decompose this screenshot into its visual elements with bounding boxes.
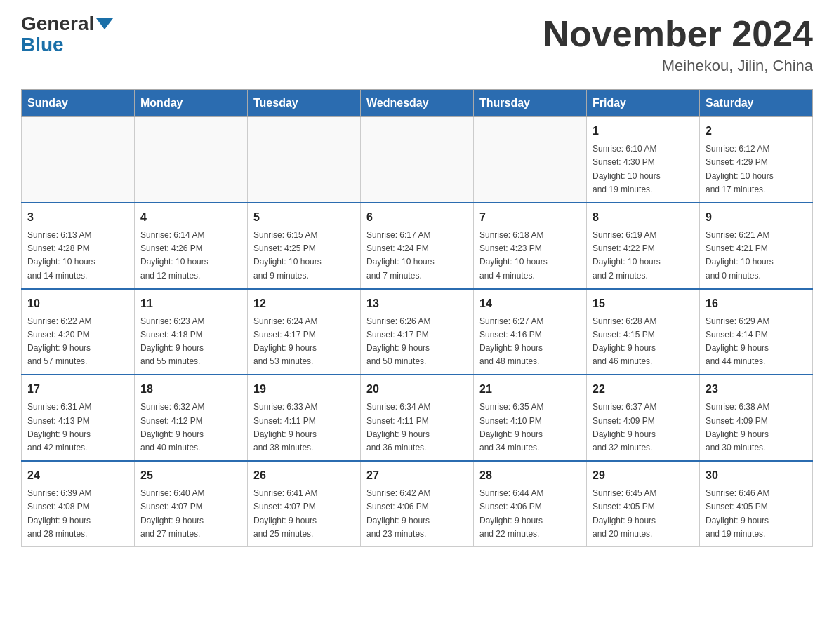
day-number: 20: [366, 381, 468, 398]
day-number: 18: [140, 381, 241, 398]
calendar-cell: 1Sunrise: 6:10 AM Sunset: 4:30 PM Daylig…: [587, 117, 700, 203]
calendar-cell: 25Sunrise: 6:40 AM Sunset: 4:07 PM Dayli…: [135, 461, 248, 546]
day-number: 30: [706, 467, 807, 484]
calendar-cell: 21Sunrise: 6:35 AM Sunset: 4:10 PM Dayli…: [474, 375, 587, 461]
calendar-cell: 6Sunrise: 6:17 AM Sunset: 4:24 PM Daylig…: [361, 203, 474, 289]
day-info: Sunrise: 6:18 AM Sunset: 4:23 PM Dayligh…: [479, 229, 581, 283]
calendar-header-wednesday: Wednesday: [361, 90, 474, 117]
day-number: 26: [253, 467, 355, 484]
logo: General Blue: [21, 14, 113, 56]
day-info: Sunrise: 6:19 AM Sunset: 4:22 PM Dayligh…: [593, 229, 694, 283]
calendar-cell: 29Sunrise: 6:45 AM Sunset: 4:05 PM Dayli…: [587, 461, 700, 546]
calendar-cell: 26Sunrise: 6:41 AM Sunset: 4:07 PM Dayli…: [248, 461, 361, 546]
day-number: 22: [593, 381, 694, 398]
calendar-header-saturday: Saturday: [700, 90, 813, 117]
day-info: Sunrise: 6:29 AM Sunset: 4:14 PM Dayligh…: [706, 315, 807, 369]
day-number: 17: [27, 381, 128, 398]
day-number: 4: [140, 209, 241, 226]
calendar-cell: 9Sunrise: 6:21 AM Sunset: 4:21 PM Daylig…: [700, 203, 813, 289]
calendar-cell: 23Sunrise: 6:38 AM Sunset: 4:09 PM Dayli…: [700, 375, 813, 461]
calendar-cell: 5Sunrise: 6:15 AM Sunset: 4:25 PM Daylig…: [248, 203, 361, 289]
day-info: Sunrise: 6:23 AM Sunset: 4:18 PM Dayligh…: [140, 315, 241, 369]
calendar-cell: [22, 117, 135, 203]
calendar-header-thursday: Thursday: [474, 90, 587, 117]
day-number: 13: [366, 295, 468, 312]
logo-general-text: General: [21, 14, 94, 34]
calendar-cell: 27Sunrise: 6:42 AM Sunset: 4:06 PM Dayli…: [361, 461, 474, 546]
calendar-cell: 16Sunrise: 6:29 AM Sunset: 4:14 PM Dayli…: [700, 289, 813, 375]
day-number: 14: [479, 295, 581, 312]
calendar-cell: 7Sunrise: 6:18 AM Sunset: 4:23 PM Daylig…: [474, 203, 587, 289]
calendar-cell: 10Sunrise: 6:22 AM Sunset: 4:20 PM Dayli…: [22, 289, 135, 375]
day-number: 24: [27, 467, 128, 484]
day-number: 12: [253, 295, 355, 312]
calendar-cell: 24Sunrise: 6:39 AM Sunset: 4:08 PM Dayli…: [22, 461, 135, 546]
day-info: Sunrise: 6:34 AM Sunset: 4:11 PM Dayligh…: [366, 401, 468, 455]
calendar-cell: 28Sunrise: 6:44 AM Sunset: 4:06 PM Dayli…: [474, 461, 587, 546]
calendar-cell: 17Sunrise: 6:31 AM Sunset: 4:13 PM Dayli…: [22, 375, 135, 461]
day-number: 3: [27, 209, 128, 226]
day-number: 6: [366, 209, 468, 226]
calendar-header-tuesday: Tuesday: [248, 90, 361, 117]
day-info: Sunrise: 6:44 AM Sunset: 4:06 PM Dayligh…: [479, 487, 581, 541]
day-info: Sunrise: 6:12 AM Sunset: 4:29 PM Dayligh…: [706, 142, 807, 196]
day-number: 7: [479, 209, 581, 226]
day-info: Sunrise: 6:28 AM Sunset: 4:15 PM Dayligh…: [593, 315, 694, 369]
calendar-cell: 13Sunrise: 6:26 AM Sunset: 4:17 PM Dayli…: [361, 289, 474, 375]
day-number: 28: [479, 467, 581, 484]
day-info: Sunrise: 6:15 AM Sunset: 4:25 PM Dayligh…: [253, 229, 355, 283]
day-number: 21: [479, 381, 581, 398]
calendar-cell: 3Sunrise: 6:13 AM Sunset: 4:28 PM Daylig…: [22, 203, 135, 289]
day-number: 25: [140, 467, 241, 484]
calendar-cell: 2Sunrise: 6:12 AM Sunset: 4:29 PM Daylig…: [700, 117, 813, 203]
day-info: Sunrise: 6:10 AM Sunset: 4:30 PM Dayligh…: [593, 142, 694, 196]
day-info: Sunrise: 6:17 AM Sunset: 4:24 PM Dayligh…: [366, 229, 468, 283]
day-number: 15: [593, 295, 694, 312]
calendar-cell: [248, 117, 361, 203]
calendar-header-friday: Friday: [587, 90, 700, 117]
day-info: Sunrise: 6:40 AM Sunset: 4:07 PM Dayligh…: [140, 487, 241, 541]
day-info: Sunrise: 6:41 AM Sunset: 4:07 PM Dayligh…: [253, 487, 355, 541]
calendar-week-4: 17Sunrise: 6:31 AM Sunset: 4:13 PM Dayli…: [22, 375, 813, 461]
day-info: Sunrise: 6:42 AM Sunset: 4:06 PM Dayligh…: [366, 487, 468, 541]
title-section: November 2024 Meihekou, Jilin, China: [543, 14, 813, 75]
day-info: Sunrise: 6:39 AM Sunset: 4:08 PM Dayligh…: [27, 487, 128, 541]
day-info: Sunrise: 6:27 AM Sunset: 4:16 PM Dayligh…: [479, 315, 581, 369]
calendar-week-2: 3Sunrise: 6:13 AM Sunset: 4:28 PM Daylig…: [22, 203, 813, 289]
month-title: November 2024: [543, 14, 813, 54]
day-number: 10: [27, 295, 128, 312]
day-info: Sunrise: 6:45 AM Sunset: 4:05 PM Dayligh…: [593, 487, 694, 541]
calendar-table: SundayMondayTuesdayWednesdayThursdayFrid…: [21, 89, 813, 547]
day-number: 5: [253, 209, 355, 226]
calendar-cell: 8Sunrise: 6:19 AM Sunset: 4:22 PM Daylig…: [587, 203, 700, 289]
calendar-header-row: SundayMondayTuesdayWednesdayThursdayFrid…: [22, 90, 813, 117]
calendar-header-sunday: Sunday: [22, 90, 135, 117]
calendar-cell: 19Sunrise: 6:33 AM Sunset: 4:11 PM Dayli…: [248, 375, 361, 461]
day-info: Sunrise: 6:24 AM Sunset: 4:17 PM Dayligh…: [253, 315, 355, 369]
calendar-cell: 4Sunrise: 6:14 AM Sunset: 4:26 PM Daylig…: [135, 203, 248, 289]
day-info: Sunrise: 6:21 AM Sunset: 4:21 PM Dayligh…: [706, 229, 807, 283]
day-info: Sunrise: 6:13 AM Sunset: 4:28 PM Dayligh…: [27, 229, 128, 283]
calendar-cell: 22Sunrise: 6:37 AM Sunset: 4:09 PM Dayli…: [587, 375, 700, 461]
calendar-cell: 11Sunrise: 6:23 AM Sunset: 4:18 PM Dayli…: [135, 289, 248, 375]
day-info: Sunrise: 6:37 AM Sunset: 4:09 PM Dayligh…: [593, 401, 694, 455]
day-number: 9: [706, 209, 807, 226]
day-info: Sunrise: 6:33 AM Sunset: 4:11 PM Dayligh…: [253, 401, 355, 455]
calendar-week-5: 24Sunrise: 6:39 AM Sunset: 4:08 PM Dayli…: [22, 461, 813, 546]
calendar-week-3: 10Sunrise: 6:22 AM Sunset: 4:20 PM Dayli…: [22, 289, 813, 375]
calendar-cell: 20Sunrise: 6:34 AM Sunset: 4:11 PM Dayli…: [361, 375, 474, 461]
calendar-header-monday: Monday: [135, 90, 248, 117]
day-number: 19: [253, 381, 355, 398]
day-number: 2: [706, 123, 807, 140]
day-number: 1: [593, 123, 694, 140]
calendar-cell: 18Sunrise: 6:32 AM Sunset: 4:12 PM Dayli…: [135, 375, 248, 461]
calendar-cell: 15Sunrise: 6:28 AM Sunset: 4:15 PM Dayli…: [587, 289, 700, 375]
day-info: Sunrise: 6:31 AM Sunset: 4:13 PM Dayligh…: [27, 401, 128, 455]
calendar-cell: 30Sunrise: 6:46 AM Sunset: 4:05 PM Dayli…: [700, 461, 813, 546]
logo-triangle-icon: [96, 18, 113, 29]
calendar-cell: [361, 117, 474, 203]
calendar-cell: [135, 117, 248, 203]
day-info: Sunrise: 6:14 AM Sunset: 4:26 PM Dayligh…: [140, 229, 241, 283]
calendar-cell: 12Sunrise: 6:24 AM Sunset: 4:17 PM Dayli…: [248, 289, 361, 375]
day-info: Sunrise: 6:22 AM Sunset: 4:20 PM Dayligh…: [27, 315, 128, 369]
